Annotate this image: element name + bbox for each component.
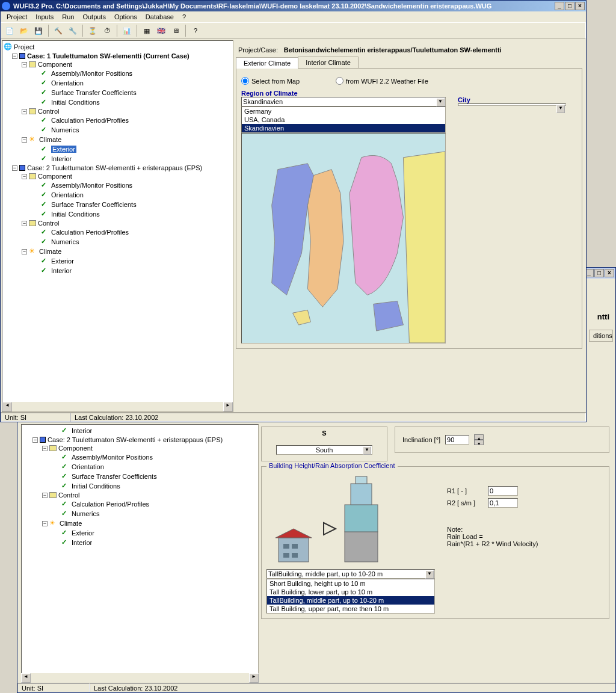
app-icon — [2, 2, 10, 10]
close-btn[interactable]: × — [575, 2, 585, 10]
r2-input[interactable] — [488, 498, 518, 508]
menu-inputs[interactable]: Inputs — [32, 13, 57, 21]
expander-icon[interactable]: − — [22, 109, 27, 114]
section-title: Building Height/Rain Absorption Coeffici… — [266, 462, 398, 469]
menu-run[interactable]: Run — [58, 13, 78, 21]
check-icon — [41, 145, 49, 153]
check-icon — [41, 191, 49, 199]
check-icon — [41, 155, 49, 163]
status-unit: Unit: SI — [17, 683, 90, 692]
region-dropdown[interactable]: Skandinavien ▼ — [241, 97, 446, 106]
menu-database[interactable]: Database — [142, 13, 177, 21]
window-title: WUFI3.2 Pro. C:\Documents and Settings\J… — [12, 2, 555, 10]
tree-item-exterior[interactable]: Exterior — [51, 146, 76, 153]
region-listbox[interactable]: Germany USA, Canada Skandinavien — [241, 106, 446, 133]
case-icon — [19, 165, 25, 171]
r1-input[interactable] — [488, 486, 518, 496]
expander-icon[interactable]: − — [12, 165, 17, 171]
tool-icon[interactable]: 📊 — [121, 25, 133, 37]
expander-icon[interactable]: − — [22, 221, 27, 226]
expander-icon[interactable]: − — [42, 493, 48, 498]
expander-icon[interactable]: − — [22, 249, 27, 254]
building-height-listbox[interactable]: Short Building, height up to 10 m Tall B… — [266, 579, 435, 614]
expander-icon[interactable]: − — [22, 137, 27, 143]
sun-icon — [29, 135, 37, 144]
spin-up[interactable]: ▲ — [474, 434, 484, 440]
close-btn[interactable]: × — [605, 269, 614, 277]
expander-icon[interactable]: − — [12, 54, 17, 59]
expander-icon[interactable]: − — [32, 437, 38, 443]
radio-select-map[interactable]: Select from Map — [241, 77, 300, 85]
maximize-btn[interactable]: □ — [594, 269, 604, 277]
menu-help[interactable]: ? — [179, 13, 189, 21]
project-tree-w2[interactable]: Interior −Case: 2 Tuulettumaton SW-eleme… — [21, 424, 259, 682]
minimize-btn[interactable]: _ — [555, 2, 564, 10]
expander-icon[interactable]: − — [42, 521, 48, 526]
city-dropdown[interactable]: ▼ — [458, 103, 566, 106]
svg-rect-0 — [279, 538, 309, 562]
folder-icon — [49, 492, 57, 498]
case-icon — [19, 53, 25, 59]
run-icon[interactable]: ⏳ — [87, 25, 99, 37]
status-unit: Unit: SI — [1, 413, 70, 422]
menu-options[interactable]: Options — [111, 13, 141, 21]
tool-icon[interactable]: 🔨 — [52, 25, 64, 37]
status-bar: Unit: SI Last Calculation: 23.10.2002 — [1, 412, 586, 422]
direction-dropdown[interactable]: South ▼ — [276, 445, 372, 455]
tool-icon[interactable]: 🔧 — [67, 25, 79, 37]
titlebar[interactable]: WUFI3.2 Pro. C:\Documents and Settings\J… — [1, 1, 586, 11]
menu-project[interactable]: Project — [3, 13, 31, 21]
check-icon — [41, 126, 49, 134]
check-icon — [61, 427, 70, 435]
tool-icon[interactable]: ▦ — [141, 25, 153, 37]
window-main: WUFI3.2 Pro. C:\Documents and Settings\J… — [0, 0, 587, 422]
spin-down[interactable]: ▼ — [474, 440, 484, 445]
tool-icon[interactable]: ⏱ — [101, 25, 113, 37]
status-bar-w2: Unit: SI Last Calculation: 23.10.2002 — [17, 683, 615, 692]
open-icon[interactable]: 📂 — [18, 25, 30, 37]
new-icon[interactable]: 📄 — [4, 25, 16, 37]
building-height-dropdown[interactable]: TallBuilding, middle part, up to 10-20 m… — [266, 569, 435, 579]
check-icon — [61, 538, 70, 547]
chevron-down-icon: ▼ — [425, 570, 434, 579]
maximize-btn[interactable]: □ — [565, 2, 574, 10]
tree-scrollbar[interactable]: ◄ ► — [2, 402, 233, 411]
svg-rect-9 — [351, 484, 372, 505]
expander-icon[interactable]: − — [22, 174, 27, 179]
sun-icon — [49, 519, 58, 528]
svg-marker-6 — [324, 523, 336, 535]
inclination-input[interactable] — [445, 435, 469, 445]
menubar: Project Inputs Run Outputs Options Datab… — [1, 11, 586, 22]
tree-scrollbar-w2[interactable]: ◄ ► — [21, 673, 259, 683]
case-icon — [40, 437, 46, 443]
expander-icon[interactable]: − — [22, 62, 27, 67]
scroll-left-icon[interactable]: ◄ — [21, 673, 31, 683]
compass-s-label: S — [288, 430, 360, 442]
chevron-down-icon: ▼ — [363, 446, 371, 455]
radio-weather-file[interactable]: from WUFI 2.2 Weather File — [336, 77, 428, 85]
check-icon — [41, 266, 49, 275]
check-icon — [41, 181, 49, 189]
note-line1: Rain Load = — [447, 533, 538, 540]
flag-icon[interactable]: 🇬🇧 — [155, 25, 167, 37]
svg-rect-2 — [283, 544, 289, 549]
toolbar: 📄 📂 💾 🔨 🔧 ⏳ ⏱ 📊 ▦ 🇬🇧 🖥 ? — [1, 22, 586, 39]
climate-map[interactable] — [241, 133, 446, 343]
scroll-left-icon[interactable]: ◄ — [2, 402, 12, 411]
save-icon[interactable]: 💾 — [32, 25, 45, 37]
scroll-right-icon[interactable]: ► — [223, 402, 233, 411]
expander-icon[interactable]: − — [42, 446, 48, 451]
tab-content: Select from Map from WUFI 2.2 Weather Fi… — [236, 69, 582, 349]
tool-icon[interactable]: 🖥 — [170, 25, 182, 37]
svg-rect-3 — [292, 544, 298, 549]
check-icon — [41, 116, 49, 125]
project-tree[interactable]: 🌐Project −Case: 1 Tuulettumaton SW-eleme… — [2, 40, 233, 412]
check-icon — [41, 228, 49, 236]
scroll-right-icon[interactable]: ► — [249, 673, 259, 683]
menu-outputs[interactable]: Outputs — [79, 13, 109, 21]
folder-icon — [29, 108, 36, 114]
svg-rect-4 — [283, 553, 289, 558]
help-icon[interactable]: ? — [189, 25, 202, 37]
tab-interior-climate[interactable]: Interior Climate — [298, 57, 359, 68]
tab-exterior-climate[interactable]: Exterior Climate — [236, 57, 298, 69]
